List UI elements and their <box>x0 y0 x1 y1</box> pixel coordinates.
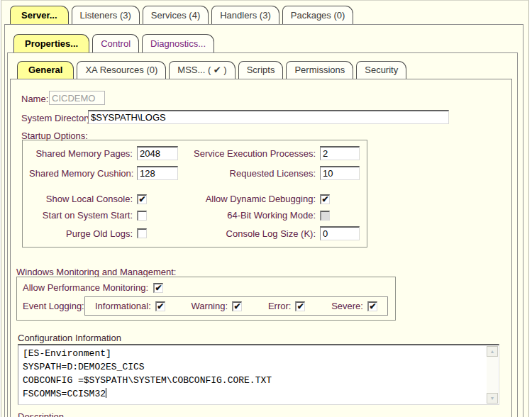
tab-diagnostics[interactable]: Diagnostics... <box>142 34 214 52</box>
tab-services[interactable]: Services (4) <box>143 6 209 24</box>
checkmark-icon: ✔ <box>297 303 304 310</box>
config-line: SYSPATH=D:DEMO2ES_CICS <box>23 360 484 374</box>
severe-label: Severe: <box>331 301 363 311</box>
startup-options-group: Shared Memory Pages: Service Execution P… <box>22 140 367 248</box>
warning-checkbox[interactable]: ✔ <box>232 301 242 311</box>
spacer <box>29 186 360 188</box>
service-execution-processes-label: Service Execution Processes: <box>182 148 316 159</box>
severe-checkbox[interactable]: ✔ <box>367 301 377 311</box>
console-log-size-label: Console Log Size (K): <box>182 228 316 239</box>
windows-monitoring-label: Windows Monitoring and Management: <box>16 267 176 277</box>
tab-server[interactable]: Server... <box>10 6 69 24</box>
configuration-information-label: Configuration Information <box>18 333 121 343</box>
show-local-console-checkbox[interactable]: ✔ <box>137 194 147 204</box>
tab-listeners[interactable]: Listeners (3) <box>72 6 140 24</box>
system-directory-input[interactable] <box>88 110 449 124</box>
checkmark-icon: ✔ <box>321 196 328 203</box>
purge-old-logs-checkbox[interactable] <box>137 228 147 238</box>
tab-xa-resources[interactable]: XA Resources (0) <box>77 61 166 79</box>
scroll-up-icon[interactable]: ▲ <box>487 346 498 357</box>
configuration-textarea[interactable]: [ES-Environment]SYSPATH=D:DEMO2ES_CICSCO… <box>18 344 499 405</box>
description-label: Description <box>18 411 64 417</box>
show-local-console-label: Show Local Console: <box>29 194 133 204</box>
tab-scripts[interactable]: Scripts <box>238 61 284 79</box>
checkmark-icon: ✔ <box>138 196 145 203</box>
sixtyfour-bit-working-mode-checkbox <box>320 211 330 221</box>
informational-checkbox[interactable]: ✔ <box>155 301 165 311</box>
event-logging-group: Informational: ✔ Warning: ✔ Error: ✔ Sev… <box>84 296 388 316</box>
error-label: Error: <box>268 301 292 311</box>
checkmark-icon: ✔ <box>155 284 162 291</box>
config-line: FSCOMMS=CCISM32 <box>23 387 484 401</box>
start-on-system-start-checkbox[interactable] <box>137 211 147 221</box>
event-logging-label: Event Logging: <box>23 301 84 311</box>
checkmark-icon: ✔ <box>234 303 241 310</box>
service-execution-processes-input[interactable] <box>320 146 360 160</box>
tab-packages[interactable]: Packages (0) <box>282 6 354 24</box>
server-tab-bar: Properties... Control Diagnostics... <box>13 34 217 52</box>
allow-performance-monitoring-label: Allow Performance Monitoring: <box>23 282 148 293</box>
allow-dynamic-debugging-checkbox[interactable]: ✔ <box>320 194 330 204</box>
requested-licenses-label: Requested Licenses: <box>182 168 316 179</box>
error-checkbox[interactable]: ✔ <box>295 301 305 311</box>
shared-memory-cushion-label: Shared Memory Cushion: <box>29 168 133 179</box>
scrollbar[interactable]: ▲ ▼ <box>487 346 498 404</box>
console-log-size-input[interactable] <box>320 226 360 240</box>
tab-general[interactable]: General <box>17 61 74 79</box>
sixtyfour-bit-working-mode-label: 64-Bit Working Mode: <box>182 210 316 221</box>
monitoring-group: Allow Performance Monitoring: ✔ Event Lo… <box>16 277 396 321</box>
tab-mss[interactable]: MSS... ( ✔ ) <box>169 61 235 79</box>
configuration-text: [ES-Environment]SYSPATH=D:DEMO2ES_CICSCO… <box>23 347 484 403</box>
warning-label: Warning: <box>192 301 228 311</box>
checkmark-icon: ✔ <box>369 303 376 310</box>
allow-performance-monitoring-checkbox[interactable]: ✔ <box>153 283 163 293</box>
name-input[interactable] <box>49 91 105 105</box>
start-on-system-start-label: Start on System Start: <box>29 210 133 221</box>
tab-handlers[interactable]: Handlers (3) <box>211 6 279 24</box>
informational-label: Informational: <box>95 301 151 311</box>
general-panel: Name: System Directory: Startup Options:… <box>10 79 512 417</box>
requested-licenses-input[interactable] <box>320 166 360 180</box>
tab-control[interactable]: Control <box>92 34 139 52</box>
properties-tab-bar: General XA Resources (0) MSS... ( ✔ ) Sc… <box>17 61 409 79</box>
enterprise-server-admin-page: Server... Listeners (3) Services (4) Han… <box>0 0 532 417</box>
system-directory-label: System Directory: <box>21 113 94 123</box>
checkmark-icon: ✔ <box>157 303 164 310</box>
top-tab-bar: Server... Listeners (3) Services (4) Han… <box>10 6 356 24</box>
text-cursor <box>106 388 106 398</box>
tab-properties[interactable]: Properties... <box>13 34 89 52</box>
tab-security[interactable]: Security <box>356 61 406 79</box>
allow-dynamic-debugging-label: Allow Dynamic Debugging: <box>182 194 316 204</box>
shared-memory-pages-label: Shared Memory Pages: <box>29 148 133 159</box>
config-line: [ES-Environment] <box>23 347 484 360</box>
shared-memory-pages-input[interactable] <box>137 146 178 160</box>
shared-memory-cushion-input[interactable] <box>137 166 178 180</box>
name-label: Name: <box>21 94 48 104</box>
purge-old-logs-label: Purge Old Logs: <box>29 228 133 239</box>
tab-permissions[interactable]: Permissions <box>286 61 353 79</box>
scroll-down-icon[interactable]: ▼ <box>487 393 498 404</box>
config-line: COBCONFIG =$SYSPATH\SYSTEM\COBCONFIG.COR… <box>23 374 484 387</box>
